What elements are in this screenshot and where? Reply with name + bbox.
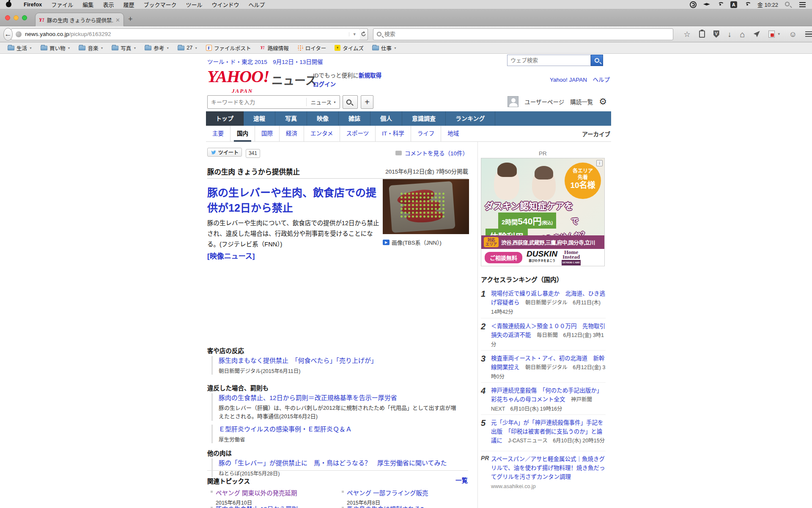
browser-search-box[interactable] [373, 28, 674, 40]
subnav-entame[interactable]: エンタメ [304, 126, 340, 141]
browser-search-input[interactable] [384, 31, 651, 37]
login-link[interactable]: ログイン [313, 80, 336, 88]
subnav-chiiki[interactable]: 地域 [441, 126, 465, 141]
article-thumbnail[interactable] [383, 179, 469, 234]
url-bar[interactable]: news.yahoo.co.jp /pickup/6163292 ▼ [11, 28, 360, 40]
menubar-clock[interactable]: 金 10:22 [757, 0, 778, 8]
nav-tab-sokuhou[interactable]: 速報 [244, 111, 275, 126]
subnav-kokunai[interactable]: 国内 [230, 126, 255, 141]
promo-link[interactable]: ツール・ド・東北 2015 9月12日・13日開催 [207, 57, 323, 66]
news-link[interactable]: 豚生肉まもなく提供禁止 「何食べたら」「売り上げが」 [219, 357, 377, 364]
add-keyword-button[interactable]: + [361, 95, 373, 109]
nav-tab-kojin[interactable]: 個人 [370, 111, 402, 126]
nav-tab-ranking[interactable]: ランキング [446, 111, 495, 126]
ad-info-icon[interactable]: i [596, 160, 603, 166]
archive-link[interactable]: アーカイブ [582, 130, 611, 138]
video-news-link[interactable]: [映像ニュース] [207, 250, 255, 261]
reload-button[interactable] [360, 28, 368, 40]
web-search-input[interactable] [507, 55, 591, 66]
menubar-item-history[interactable]: 履歴 [118, 0, 139, 8]
menubar-item-firefox[interactable]: Firefox [19, 1, 47, 8]
service-title[interactable]: ニュース [272, 72, 317, 88]
menubar-item-view[interactable]: 表示 [98, 0, 118, 8]
nav-tab-ishikichousa[interactable]: 意識調査 [402, 111, 446, 126]
bookmark-folder-ongaku[interactable]: 音楽▼ [75, 44, 107, 52]
send-extension-icon[interactable] [754, 31, 760, 37]
minimize-window-button[interactable] [14, 15, 19, 20]
web-search-button[interactable] [591, 55, 603, 66]
new-tab-button[interactable]: + [128, 15, 133, 23]
bookmark-times[interactable]: Tタイムズ [331, 44, 367, 52]
pdf-extension-icon[interactable] [768, 30, 775, 38]
creative-cloud-icon[interactable] [690, 1, 697, 8]
clipboard-extension-icon[interactable] [699, 30, 705, 38]
news-search-button[interactable] [343, 95, 358, 109]
apple-menu-icon[interactable] [6, 2, 11, 7]
news-search-input[interactable] [208, 99, 306, 105]
nav-tab-top[interactable]: トップ [206, 111, 244, 126]
url-dropdown-icon[interactable]: ▼ [349, 32, 360, 36]
search-scope-dropdown[interactable]: ニュース▼ [306, 98, 340, 106]
bookmark-folder-27[interactable]: 27▼ [174, 45, 201, 51]
menubar-item-help[interactable]: ヘルプ [244, 0, 269, 8]
menubar-item-edit[interactable]: 編集 [78, 0, 98, 8]
bookmark-rosen[interactable]: Y!路線情報 [256, 44, 292, 52]
related-topics-more-link[interactable]: 一覧 [455, 475, 468, 484]
back-button[interactable]: ← [3, 28, 13, 41]
consult-button[interactable]: ご相談無料 [485, 252, 522, 263]
bookmark-folder-kaimono[interactable]: 買い物▼ [37, 44, 74, 52]
bookmark-folder-seikatsu[interactable]: 生活▼ [4, 44, 36, 52]
feedback-smiley-icon[interactable]: ☺ [789, 30, 797, 38]
home-icon[interactable]: ⌂ [740, 30, 745, 38]
gear-icon[interactable]: ⚙ [599, 97, 607, 107]
related-link[interactable]: 豚肉の生食禁止 12日から罰則 [211, 504, 337, 508]
zoom-window-button[interactable] [22, 15, 27, 20]
article-headline-link[interactable]: 豚の生レバーや生肉、飲食店での提供が12日から禁止 [207, 185, 385, 215]
dropbox-icon[interactable] [703, 3, 710, 7]
menubar-item-window[interactable]: ウインドウ [207, 0, 244, 8]
nav-tab-eizou[interactable]: 映像 [307, 111, 339, 126]
subnav-it-kagaku[interactable]: IT・科学 [375, 126, 411, 141]
nav-tab-zasshi[interactable]: 雑誌 [339, 111, 370, 126]
menubar-item-tools[interactable]: ツール [181, 0, 207, 8]
menu-hamburger-icon[interactable] [805, 31, 812, 37]
wireless-hotspot-icon[interactable] [717, 1, 724, 8]
bookmark-reuters[interactable]: ロイター [294, 44, 330, 52]
yahoo-logo[interactable]: YAHOO! JAPAN [207, 68, 269, 99]
bookmark-folder-sankou[interactable]: 参考▼ [141, 44, 173, 52]
nav-tab-shashin[interactable]: 写真 [275, 111, 307, 126]
subnav-shuyou[interactable]: 主要 [206, 126, 230, 141]
subnav-life[interactable]: ライフ [411, 126, 441, 141]
subscriptions-link[interactable]: 購読一覧 [570, 97, 593, 106]
close-window-button[interactable] [5, 15, 10, 20]
related-link[interactable]: ペヤング 関東以外の発売延期 [211, 488, 337, 497]
bookmark-star-icon[interactable]: ☆ [683, 30, 690, 38]
bookmark-filepost[interactable]: Fファイルポスト [203, 44, 255, 52]
shield-extension-icon[interactable]: V [713, 30, 719, 38]
userpage-link[interactable]: ユーザーページ [524, 97, 564, 106]
site-identity-icon[interactable] [16, 31, 22, 37]
wifi-icon[interactable] [744, 1, 751, 8]
input-method-icon[interactable]: A [730, 1, 737, 8]
bookmark-folder-shigoto[interactable]: 仕事▼ [369, 44, 400, 52]
subnav-keizai[interactable]: 経済 [279, 126, 304, 141]
duskin-ad-banner[interactable]: i 各エリア 先着 10名様 ダスキン認知症ケアを 2時間540円(税込) で … [481, 158, 605, 266]
news-link[interactable]: Ｅ型肝炎ウイルスの感染事例・Ｅ型肝炎Ｑ＆Ａ [219, 425, 352, 433]
related-link[interactable]: ペヤング 一部フライング販売 [342, 488, 469, 497]
pdf-dropdown-icon[interactable]: ▼ [777, 32, 781, 36]
menubar-item-file[interactable]: ファイル [47, 0, 78, 8]
bookmark-folder-shashin[interactable]: 写真▼ [108, 44, 140, 52]
tab-close-icon[interactable]: ✕ [115, 17, 120, 23]
notification-center-icon[interactable] [799, 1, 806, 8]
news-search-box[interactable]: ニュース▼ [207, 95, 340, 109]
spotlight-icon[interactable] [785, 1, 793, 8]
tweet-button[interactable]: ツイート [207, 148, 242, 157]
register-link[interactable]: 新規取得 [359, 72, 381, 79]
subnav-kokusai[interactable]: 国際 [255, 126, 279, 141]
menubar-item-bookmarks[interactable]: ブックマーク [139, 0, 181, 8]
pr-link[interactable]: スペースパン／アサヒ軽金属公式｜魚焼きグリルで、油を使わず揚げ物料理！焼き魚だっ… [491, 456, 605, 480]
downloads-icon[interactable]: ↓ [728, 30, 732, 38]
comments-link[interactable]: コメントを見る（10件） [395, 149, 468, 157]
related-link[interactable]: 馬や鳥の生食は規制される? [342, 504, 469, 508]
help-links[interactable]: Yahoo! JAPAN ヘルプ [550, 75, 610, 83]
